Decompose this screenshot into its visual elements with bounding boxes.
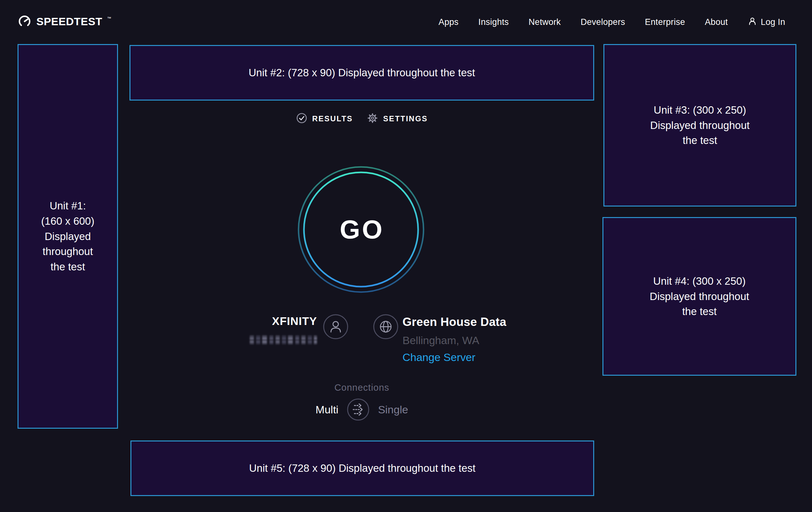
multi-option[interactable]: Multi — [315, 403, 338, 416]
login-label: Log In — [761, 17, 785, 27]
tab-results[interactable]: RESULTS — [296, 112, 353, 125]
ad-unit-1-text: Unit #1:(160 x 600)Displayedthroughoutth… — [41, 198, 94, 274]
ad-unit-1: Unit #1:(160 x 600)Displayedthroughoutth… — [18, 44, 118, 429]
speedometer-icon — [18, 15, 32, 30]
nav-item-about[interactable]: About — [705, 17, 728, 27]
gear-icon — [367, 112, 378, 125]
server-location: Bellingham, WA — [403, 334, 480, 347]
multi-connection-icon — [347, 398, 370, 421]
speedtest-page: SPEEDTEST ™ Apps Insights Network Develo… — [0, 0, 812, 512]
ad-unit-5-text: Unit #5: (728 x 90) Displayed throughout… — [249, 461, 475, 476]
change-server-link[interactable]: Change Server — [403, 351, 475, 363]
ad-unit-4-text: Unit #4: (300 x 250)Displayed throughout… — [650, 274, 749, 320]
nav-item-network[interactable]: Network — [528, 17, 561, 27]
user-circle-icon — [323, 314, 348, 341]
logo-trademark: ™ — [107, 16, 111, 21]
nav-item-insights[interactable]: Insights — [478, 17, 509, 27]
ad-unit-3: Unit #3: (300 x 250)Displayed throughout… — [603, 44, 796, 207]
isp-name[interactable]: XFINITY — [272, 315, 317, 327]
check-circle-icon — [296, 112, 308, 125]
nav-item-apps[interactable]: Apps — [438, 17, 459, 27]
server-name: Green House Data — [403, 315, 506, 329]
logo-wordmark: SPEEDTEST — [36, 15, 103, 28]
isp-ip-redacted — [250, 335, 317, 344]
speedtest-logo[interactable]: SPEEDTEST ™ — [18, 15, 111, 30]
connections-row: Multi Single — [129, 398, 594, 421]
user-icon — [748, 17, 757, 27]
tab-results-label: RESULTS — [312, 114, 353, 123]
tab-settings[interactable]: SETTINGS — [367, 112, 428, 125]
ad-unit-2-text: Unit #2: (728 x 90) Displayed throughout… — [249, 65, 475, 80]
tab-bar: RESULTS — [129, 112, 594, 125]
login-button[interactable]: Log In — [748, 17, 785, 27]
ad-unit-4: Unit #4: (300 x 250)Displayed throughout… — [603, 217, 796, 376]
nav-item-developers[interactable]: Developers — [580, 17, 625, 27]
nav-links: Apps Insights Network Developers Enterpr… — [438, 17, 785, 27]
ad-unit-3-text: Unit #3: (300 x 250)Displayed throughout… — [650, 103, 750, 149]
connections-label: Connections — [129, 382, 594, 393]
go-button[interactable]: GO — [297, 166, 425, 293]
single-option[interactable]: Single — [378, 403, 408, 416]
nav-item-enterprise[interactable]: Enterprise — [645, 17, 685, 27]
tab-settings-label: SETTINGS — [383, 114, 428, 123]
ad-unit-5: Unit #5: (728 x 90) Displayed throughout… — [130, 440, 594, 496]
go-button-label: GO — [297, 166, 425, 293]
globe-icon — [373, 314, 398, 341]
connection-mode-toggle[interactable] — [347, 398, 370, 421]
top-nav: SPEEDTEST ™ Apps Insights Network Develo… — [0, 0, 812, 44]
ad-unit-2: Unit #2: (728 x 90) Displayed throughout… — [129, 45, 594, 101]
